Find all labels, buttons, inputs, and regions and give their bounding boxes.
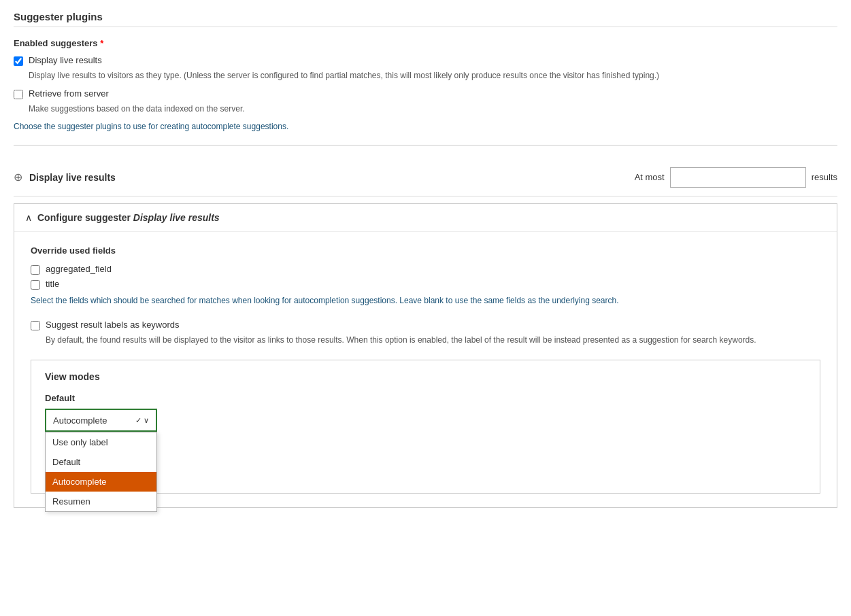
at-most-label: At most — [635, 172, 665, 182]
dropdown-item-autocomplete[interactable]: Autocomplete — [46, 472, 156, 492]
results-label: results — [812, 172, 837, 182]
configure-section: ∧ Configure suggester Display live resul… — [14, 203, 837, 509]
title-field-label: title — [46, 279, 59, 289]
divider-1 — [14, 145, 837, 146]
default-label: Default — [45, 393, 806, 403]
collapse-icon: ∧ — [25, 212, 32, 223]
dropdown-selected-label: Autocomplete — [53, 415, 107, 426]
configure-body: Override used fields aggregated_field ti… — [14, 232, 837, 508]
page-title: Suggester plugins — [14, 11, 837, 27]
suggest-keywords-desc: By default, the found results will be di… — [46, 335, 820, 346]
suggest-keywords-checkbox[interactable] — [31, 321, 40, 330]
dropdown-item-resumen[interactable]: Resumen — [46, 492, 156, 511]
suggest-keywords-row: Suggest result labels as keywords — [31, 320, 820, 330]
retrieve-from-server-checkbox[interactable] — [14, 90, 23, 99]
retrieve-from-server-label: Retrieve from server — [29, 88, 109, 99]
display-live-results-checkbox[interactable] — [14, 56, 23, 66]
fields-hint: Select the fields which should be search… — [31, 295, 820, 307]
aggregated-field-checkbox[interactable] — [31, 265, 40, 275]
title-field-row: title — [31, 279, 820, 290]
view-modes-title: View modes — [45, 371, 806, 382]
display-live-results-row: Display live results — [14, 55, 837, 66]
view-modes-hint: les to use for live results. — [45, 473, 806, 482]
plugin-row-label: Display live results — [29, 172, 635, 183]
display-live-results-label: Display live results — [29, 55, 102, 65]
retrieve-from-server-row: Retrieve from server — [14, 88, 837, 99]
configure-title: Configure suggester Display live results — [37, 212, 220, 223]
required-star: * — [98, 38, 104, 48]
override-fields-title: Override used fields — [31, 245, 820, 256]
enabled-suggesters-section: Enabled suggesters * Display live result… — [14, 38, 837, 131]
chevron-down-icon: ✓ ∨ — [135, 416, 149, 425]
retrieve-from-server-desc: Make suggestions based on the data index… — [29, 103, 837, 115]
configure-header[interactable]: ∧ Configure suggester Display live resul… — [14, 204, 837, 232]
plugin-row: ⊕ Display live results At most results — [14, 159, 837, 196]
display-live-results-desc: Display live results to visitors as they… — [29, 70, 837, 82]
dropdown-menu: Use only label Default Autocomplete Resu… — [45, 432, 157, 512]
enabled-suggesters-label: Enabled suggesters * — [14, 38, 837, 48]
aggregated-field-row: aggregated_field — [31, 264, 820, 275]
dropdown-item-use-only-label[interactable]: Use only label — [46, 432, 156, 452]
suggesters-hint: Choose the suggester plugins to use for … — [14, 122, 837, 131]
dropdown-item-default[interactable]: Default — [46, 452, 156, 472]
at-most-input[interactable] — [670, 167, 806, 188]
aggregated-field-label: aggregated_field — [46, 264, 112, 274]
dropdown-container: Autocomplete ✓ ∨ Use only label Default … — [45, 409, 157, 432]
dropdown-button[interactable]: Autocomplete ✓ ∨ — [45, 409, 157, 432]
view-modes-box: View modes Default Autocomplete ✓ ∨ Use … — [31, 360, 820, 494]
suggest-keywords-label: Suggest result labels as keywords — [46, 320, 180, 330]
page-container: Suggester plugins Enabled suggesters * D… — [0, 0, 851, 519]
title-field-checkbox[interactable] — [31, 280, 40, 290]
drag-handle-icon[interactable]: ⊕ — [14, 171, 22, 184]
